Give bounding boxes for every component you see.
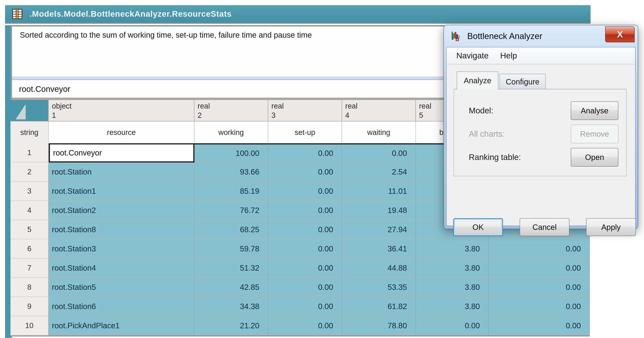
row-number[interactable]: 9: [10, 297, 49, 316]
table-cell[interactable]: 11.01: [342, 182, 416, 201]
col-header-waiting[interactable]: waiting: [342, 121, 416, 143]
table-cell[interactable]: 0.00: [268, 162, 342, 182]
all-charts-label: All charts:: [469, 129, 504, 139]
col-header-type-1[interactable]: object 1: [49, 100, 194, 121]
table-cell[interactable]: 0.00: [416, 316, 489, 336]
table-cell[interactable]: root.Station5: [49, 278, 194, 297]
analyze-tab-page: Model: Analyse All charts: Remove Rankin…: [454, 89, 626, 176]
row-number[interactable]: 8: [10, 278, 49, 297]
table-file-icon: [12, 9, 22, 19]
table-cell[interactable]: 44.88: [342, 259, 416, 278]
select-all-corner-cell[interactable]: [10, 100, 49, 121]
table-cell[interactable]: 85.19: [194, 182, 268, 201]
table-comment-text: Sorted according to the sum of working t…: [20, 31, 312, 39]
close-button[interactable]: X: [605, 26, 635, 42]
open-button[interactable]: Open: [571, 148, 618, 167]
table-cell[interactable]: 0.00: [489, 297, 590, 316]
row-number[interactable]: 1: [10, 143, 49, 162]
table-cell[interactable]: 0.00: [489, 259, 590, 278]
table-cell[interactable]: root.Station4: [49, 259, 194, 278]
apply-button[interactable]: Apply: [586, 218, 636, 236]
table-cell[interactable]: 0.00: [268, 316, 342, 336]
dialog-tabstrip: Analyze Configure: [457, 71, 546, 89]
table-cell[interactable]: 0.00: [268, 182, 342, 201]
col-header-working[interactable]: working: [194, 121, 268, 143]
table-cell[interactable]: 61.82: [342, 297, 416, 316]
table-cell[interactable]: root.Station6: [49, 297, 194, 316]
table-cell[interactable]: 34.38: [194, 297, 268, 316]
table-cell[interactable]: 0.00: [268, 220, 342, 239]
table-cell[interactable]: 3.80: [416, 278, 489, 297]
menu-navigate[interactable]: Navigate: [454, 50, 490, 61]
table-cell-selected[interactable]: root.Conveyor: [49, 143, 194, 162]
col-num: 1: [52, 111, 194, 120]
table-cell[interactable]: 3.80: [416, 297, 489, 316]
table-cell[interactable]: 42.85: [194, 278, 268, 297]
table-cell[interactable]: 0.00: [489, 316, 590, 336]
table-cell[interactable]: 21.20: [194, 316, 268, 336]
table-cell[interactable]: 0.00: [268, 143, 342, 162]
table-cell[interactable]: 27.94: [342, 220, 416, 239]
tab-analyze[interactable]: Analyze: [457, 71, 498, 89]
table-cell[interactable]: root.Station8: [49, 220, 194, 239]
table-cell[interactable]: 0.00: [489, 239, 590, 259]
table-cell[interactable]: 100.00: [194, 143, 268, 162]
col-header-type-4[interactable]: real 4: [342, 100, 416, 121]
row-number[interactable]: 4: [10, 201, 49, 220]
col-num: 4: [345, 111, 415, 120]
table-cell[interactable]: 36.41: [342, 239, 416, 259]
table-cell[interactable]: 0.00: [268, 278, 342, 297]
table-cell[interactable]: 53.35: [342, 278, 416, 297]
table-cell[interactable]: 0.00: [342, 143, 416, 162]
analyse-button[interactable]: Analyse: [571, 101, 618, 120]
dialog-menubar: Navigate Help: [446, 47, 635, 64]
row-number[interactable]: 6: [10, 239, 49, 259]
table-cell[interactable]: root.Station: [49, 162, 194, 182]
table-cell[interactable]: 93.66: [194, 162, 268, 182]
model-field-row: Model: Analyse: [454, 101, 626, 120]
table-cell[interactable]: root.Station1: [49, 182, 194, 201]
corner-type-cell[interactable]: string: [10, 121, 49, 143]
table-cell[interactable]: 0.00: [268, 201, 342, 220]
table-cell[interactable]: root.Station2: [49, 201, 194, 220]
cell-reference-value: root.Conveyor: [19, 84, 70, 94]
col-header-type-2[interactable]: real 2: [194, 100, 268, 121]
screenshot-stage: .Models.Model.BottleneckAnalyzer.Resourc…: [0, 0, 644, 338]
tab-configure[interactable]: Configure: [500, 74, 546, 89]
table-cell[interactable]: 78.80: [342, 316, 416, 336]
table-cell[interactable]: root.PickAndPlace1: [49, 316, 194, 336]
col-header-resource[interactable]: resource: [49, 121, 194, 143]
table-cell[interactable]: 3.80: [416, 259, 489, 278]
table-cell[interactable]: 68.25: [194, 220, 268, 239]
table-cell[interactable]: 0.00: [268, 239, 342, 259]
col-header-setup[interactable]: set-up: [268, 121, 342, 143]
all-charts-field-row: All charts: Remove: [454, 125, 626, 143]
row-number[interactable]: 3: [10, 182, 49, 201]
col-type: object: [52, 101, 194, 111]
remove-button[interactable]: Remove: [571, 125, 618, 143]
menu-help[interactable]: Help: [498, 50, 519, 61]
row-number[interactable]: 7: [10, 259, 49, 278]
window-title: .Models.Model.BottleneckAnalyzer.Resourc…: [30, 9, 232, 19]
row-number[interactable]: 2: [10, 162, 49, 182]
table-cell[interactable]: 0.00: [489, 278, 590, 297]
cancel-button[interactable]: Cancel: [520, 218, 570, 236]
dialog-client-area: Navigate Help Analyze Configure Model: A…: [446, 47, 636, 226]
row-number[interactable]: 10: [10, 316, 49, 336]
col-num: 2: [198, 111, 268, 120]
table-cell[interactable]: 19.48: [342, 201, 416, 220]
window-titlebar[interactable]: .Models.Model.BottleneckAnalyzer.Resourc…: [5, 5, 590, 24]
dialog-titlebar[interactable]: Bottleneck Analyzer X: [444, 25, 638, 47]
table-cell[interactable]: 0.00: [268, 259, 342, 278]
table-cell[interactable]: 76.72: [194, 201, 268, 220]
table-cell[interactable]: 0.00: [268, 297, 342, 316]
table-cell[interactable]: root.Station3: [49, 239, 194, 259]
row-number[interactable]: 5: [10, 220, 49, 239]
select-all-triangle-icon: [16, 104, 26, 119]
table-cell[interactable]: 59.78: [194, 239, 268, 259]
table-cell[interactable]: 2.54: [342, 162, 416, 182]
col-header-type-3[interactable]: real 3: [268, 100, 342, 121]
table-cell[interactable]: 51.32: [194, 259, 268, 278]
ok-button[interactable]: OK: [453, 218, 503, 236]
table-cell[interactable]: 3.80: [416, 239, 489, 259]
